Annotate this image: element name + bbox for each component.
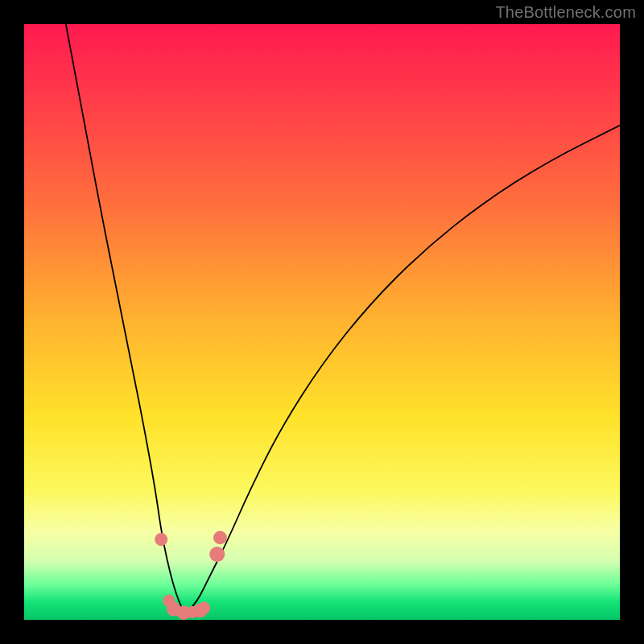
chart-frame: TheBottleneck.com [0, 0, 644, 644]
plot-area [24, 24, 620, 620]
marker-dot [213, 530, 227, 544]
marker-dot [155, 533, 167, 546]
curve-left-branch [66, 24, 185, 614]
marker-dot [209, 547, 225, 562]
curve-right-branch [185, 126, 620, 614]
markers-group [155, 530, 227, 619]
chart-svg [24, 24, 620, 620]
watermark-text: TheBottleneck.com [495, 3, 636, 22]
marker-dot [198, 602, 210, 614]
